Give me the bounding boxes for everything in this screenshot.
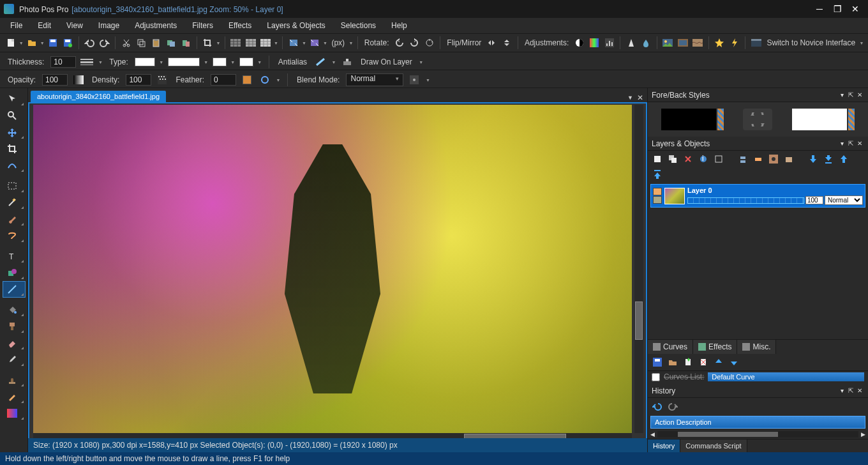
linetype-wide-dd[interactable]: ▼: [204, 60, 209, 65]
layer-up-button[interactable]: [838, 153, 849, 165]
layer-blend-select[interactable]: Normal: [825, 195, 863, 205]
curves-delete-button[interactable]: [698, 356, 709, 368]
document-tab[interactable]: aboutorigin_3840x2160_battlefield1.jpg: [31, 91, 166, 102]
switch-interface-button[interactable]: Switch to Novice Interface: [764, 38, 858, 47]
linetype-end[interactable]: [239, 57, 253, 66]
tool-bucket[interactable]: [3, 301, 26, 318]
antialias-dd[interactable]: ▼: [331, 60, 336, 65]
opacity-input[interactable]: 100: [42, 74, 68, 86]
history-close-icon[interactable]: ✕: [855, 387, 864, 394]
menu-selections[interactable]: Selections: [333, 19, 384, 32]
tool-zoom[interactable]: [3, 107, 26, 124]
layer-mask-button[interactable]: [768, 153, 779, 165]
close-button[interactable]: ✕: [846, 3, 864, 15]
bolt-button[interactable]: [728, 36, 741, 50]
open-file-button[interactable]: [25, 36, 38, 50]
grid2-button[interactable]: [244, 36, 257, 50]
tool-magic-wand[interactable]: [3, 194, 26, 211]
history-menu-icon[interactable]: ▾: [837, 387, 846, 394]
opacity-grad-button[interactable]: [71, 73, 86, 87]
paste-special-button[interactable]: [179, 36, 192, 50]
layer-group-button[interactable]: [783, 153, 795, 165]
layer-copy-button[interactable]: [713, 153, 724, 165]
minimize-button[interactable]: ─: [811, 3, 828, 15]
curves-open-button[interactable]: [667, 356, 678, 368]
tool-select-rect[interactable]: [3, 178, 26, 194]
density-input[interactable]: 100: [126, 74, 151, 86]
menu-adjustments[interactable]: Adjustments: [127, 19, 184, 32]
layer-visibility-icon[interactable]: [653, 188, 662, 195]
tool-lasso[interactable]: [3, 227, 26, 244]
blend-mode-select[interactable]: Normal: [346, 73, 403, 86]
blend-extra-button[interactable]: [407, 73, 421, 87]
new-file-dropdown[interactable]: ▼: [19, 41, 24, 45]
panel-menu-icon[interactable]: ▾: [837, 91, 846, 98]
history-pin-icon[interactable]: ⇱: [846, 387, 855, 394]
menu-file[interactable]: File: [3, 19, 30, 32]
layer-top-button[interactable]: [652, 169, 663, 180]
adj-hue-button[interactable]: [588, 36, 601, 50]
flip-h-button[interactable]: [485, 36, 498, 50]
resize2-dropdown[interactable]: ▼: [323, 41, 328, 45]
menu-image[interactable]: Image: [91, 19, 127, 32]
fx-picture-button[interactable]: [661, 36, 675, 50]
tool-crop[interactable]: [3, 141, 26, 157]
fore-style-picker[interactable]: [717, 109, 724, 130]
feather-input[interactable]: 0: [211, 74, 236, 86]
tool-brush[interactable]: [3, 211, 26, 227]
tool-eraser[interactable]: [3, 335, 26, 351]
layer-new-button[interactable]: [652, 153, 663, 165]
undo-button[interactable]: [83, 36, 96, 50]
tool-text[interactable]: T: [3, 248, 26, 264]
blend-extra-dd[interactable]: ▼: [425, 78, 430, 82]
tool-eyedropper[interactable]: [3, 351, 26, 368]
tab-curves[interactable]: Curves: [648, 340, 693, 354]
rotate-free-button[interactable]: [423, 36, 436, 50]
layers-pin-icon[interactable]: ⇱: [846, 140, 855, 147]
canvas-viewport[interactable]: [28, 102, 647, 452]
layer-delete-button[interactable]: [682, 153, 694, 165]
open-file-dropdown[interactable]: ▼: [40, 41, 45, 45]
foreground-swatch[interactable]: [661, 109, 716, 130]
curves-down-button[interactable]: [728, 356, 740, 368]
tab-effects[interactable]: Effects: [693, 340, 737, 354]
tab-menu-icon[interactable]: ▼: [627, 95, 633, 101]
adj-levels-button[interactable]: [602, 36, 616, 50]
feather-shape-dd[interactable]: ▼: [276, 78, 281, 82]
back-style-picker[interactable]: [848, 109, 855, 130]
menu-help[interactable]: Help: [384, 19, 415, 32]
layer-thumbnail[interactable]: [664, 188, 685, 204]
cut-button[interactable]: [119, 36, 133, 50]
new-file-button[interactable]: [4, 36, 17, 50]
layer-duplicate-button[interactable]: [667, 153, 678, 165]
adj-contrast-button[interactable]: [572, 36, 586, 50]
tool-pencil[interactable]: [3, 388, 26, 405]
fx-texture-button[interactable]: [691, 36, 704, 50]
copy-merged-button[interactable]: [164, 36, 177, 50]
interface-switch-icon[interactable]: [749, 36, 763, 50]
feather-swatch[interactable]: [240, 73, 254, 87]
menu-effects[interactable]: Effects: [221, 19, 259, 32]
tool-move[interactable]: [3, 91, 26, 107]
tool-stamp[interactable]: [3, 372, 26, 388]
draw-layer-icon[interactable]: [340, 55, 354, 69]
star-button[interactable]: [713, 36, 726, 50]
draw-on-layer-dd[interactable]: ▼: [419, 60, 424, 65]
units-dropdown[interactable]: ▼: [348, 41, 354, 45]
layer-flatten-button[interactable]: [752, 153, 764, 165]
history-scrollbar[interactable]: ◀▶: [648, 430, 868, 439]
rotate-cw-button[interactable]: [408, 36, 421, 50]
curves-new-button[interactable]: [682, 356, 694, 368]
thickness-dropdown[interactable]: ▼: [98, 60, 103, 65]
linetype-start[interactable]: [213, 57, 227, 66]
thickness-preset-button[interactable]: [80, 55, 94, 69]
tool-path[interactable]: [3, 157, 26, 174]
menu-view[interactable]: View: [59, 19, 91, 32]
panel-close-icon[interactable]: ✕: [855, 91, 864, 98]
antialias-toggle[interactable]: [313, 55, 327, 69]
panel-pin-icon[interactable]: ⇱: [846, 91, 855, 98]
flip-v-button[interactable]: [500, 36, 514, 50]
tab-close-icon[interactable]: ✕: [637, 93, 643, 102]
history-redo-button[interactable]: [667, 400, 678, 412]
layer-props-button[interactable]: i: [698, 153, 709, 165]
